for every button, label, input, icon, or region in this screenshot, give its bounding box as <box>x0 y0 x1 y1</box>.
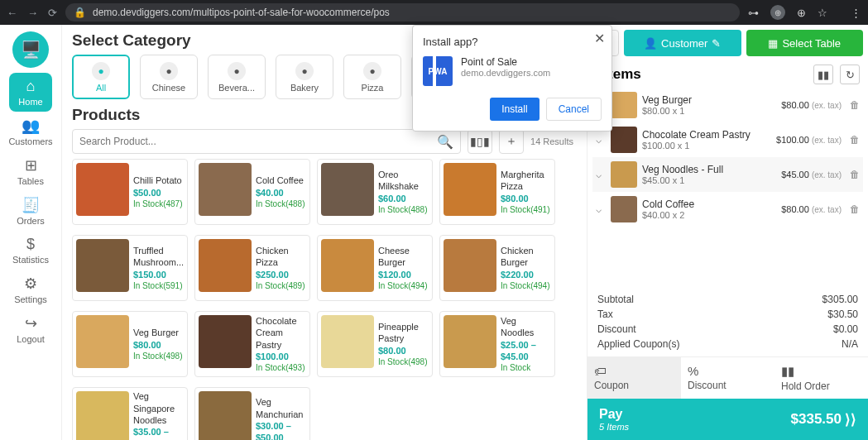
product-stock: In Stock(488) <box>378 204 429 215</box>
product-price: $100.00 <box>256 351 306 362</box>
trash-icon[interactable]: 🗑 <box>850 203 860 215</box>
product-price: $50.00 <box>133 187 182 198</box>
reload-icon[interactable]: ⟳ <box>48 7 57 19</box>
back-icon[interactable]: ← <box>7 7 17 19</box>
product-price: $40.00 <box>256 187 305 198</box>
trash-icon[interactable]: 🗑 <box>850 99 860 111</box>
total-row: Tax$30.50 <box>597 307 858 322</box>
category-pizza[interactable]: ●Pizza <box>343 55 401 99</box>
product-card[interactable]: Margherita Pizza$80.00In Stock(491) <box>439 159 555 225</box>
chevron-down-icon[interactable]: ⌵ <box>596 203 606 215</box>
product-card[interactable]: Truffled Mushroom...$150.00In Stock(591) <box>72 235 188 301</box>
forward-icon[interactable]: → <box>27 7 38 19</box>
cart-item-name: Veg Noodles - Full <box>642 164 776 175</box>
product-stock: In Stock(498) <box>133 351 182 361</box>
sidebar-item-settings[interactable]: ⚙Settings <box>9 270 52 309</box>
category-bevera[interactable]: ●Bevera... <box>208 55 266 99</box>
app-logo: 🖥️ <box>12 31 49 68</box>
category-all[interactable]: ●All <box>72 55 130 99</box>
product-card[interactable]: Chicken Pizza$250.00In Stock(489) <box>194 235 310 301</box>
pay-button[interactable]: Pay 5 Items $335.50⟩⟩ <box>587 399 868 440</box>
reset-cart-button[interactable]: ↻ <box>840 65 860 84</box>
logout-icon: ↪ <box>25 314 37 332</box>
product-name: Cold Coffee <box>256 175 305 186</box>
cart-item-name: Chocolate Cream Pastry <box>642 129 771 141</box>
product-card[interactable]: Oreo Milkshake$60.00In Stock(488) <box>317 159 433 225</box>
product-image <box>199 315 252 368</box>
close-icon[interactable]: ✕ <box>594 31 605 46</box>
product-stock: In Stock(493) <box>256 362 306 373</box>
product-stock: In Stock(488) <box>256 198 305 209</box>
category-icon: ● <box>160 62 178 80</box>
product-card[interactable]: Veg Manchurian$30.00 – $50.00 <box>194 387 310 440</box>
product-price: $250.00 <box>256 269 306 280</box>
sidebar-item-statistics[interactable]: $Statistics <box>9 231 52 270</box>
product-card[interactable]: Veg Noodles$25.00 – $45.00In Stock <box>439 311 555 377</box>
sidebar-item-orders[interactable]: 🧾Orders <box>9 191 52 231</box>
product-stock: In Stock <box>501 362 551 373</box>
sidebar-item-customers[interactable]: 👥Customers <box>9 112 52 151</box>
product-card[interactable]: Veg Burger$80.00In Stock(498) <box>72 311 188 377</box>
product-card[interactable]: Veg Singapore Noodles$35.00 – $65.00 <box>72 387 188 440</box>
product-card[interactable]: Chicken Burger$220.00In Stock(494) <box>439 235 555 301</box>
product-name: Truffled Mushroom... <box>133 245 184 269</box>
total-row: Discount$0.00 <box>597 322 858 337</box>
sidebar-item-home[interactable]: ⌂Home <box>9 73 52 112</box>
product-image <box>444 163 496 216</box>
category-chinese[interactable]: ●Chinese <box>140 55 198 99</box>
product-name: Pineapple Pastry <box>378 321 429 345</box>
cancel-button[interactable]: Cancel <box>546 98 602 121</box>
search-input[interactable] <box>79 136 437 147</box>
product-card[interactable]: Cheese Burger$120.00In Stock(494) <box>317 235 433 301</box>
menu-icon[interactable]: ⋮ <box>851 7 861 19</box>
sidebar-item-tables[interactable]: ⊞Tables <box>9 151 52 191</box>
category-icon: ● <box>363 62 381 80</box>
product-name: Chicken Pizza <box>256 245 306 269</box>
tag-icon: 🏷 <box>594 364 674 378</box>
sidebar-item-logout[interactable]: ↪Logout <box>9 309 52 349</box>
search-box[interactable]: 🔍 <box>72 129 461 154</box>
category-bakery[interactable]: ●Bakery <box>276 55 333 99</box>
search-icon[interactable]: 🔍 <box>437 134 453 150</box>
chevron-down-icon[interactable]: ⌵ <box>596 134 606 146</box>
total-row: Subtotal$305.00 <box>597 292 858 307</box>
result-count: 14 Results <box>530 136 577 146</box>
product-price: $35.00 – $65.00 <box>133 426 184 440</box>
pause-button[interactable]: ▮▮ <box>813 65 833 84</box>
product-name: Oreo Milkshake <box>378 169 429 193</box>
product-card[interactable]: Cold Coffee$40.00In Stock(488) <box>194 159 310 225</box>
install-app-domain: demo.devdiggers.com <box>461 68 550 78</box>
product-stock: In Stock(494) <box>501 280 551 291</box>
add-product-button[interactable]: ＋ <box>499 129 524 154</box>
address-bar[interactable]: 🔒 demo.devdiggers.com/multipos-point-of-… <box>65 3 740 22</box>
select-table-button[interactable]: ▦ Select Table <box>746 30 864 56</box>
product-card[interactable]: Pineapple Pastry$80.00In Stock(498) <box>317 311 433 377</box>
barcode-button[interactable]: ▮▯▮ <box>468 129 492 154</box>
key-icon[interactable]: ⊶ <box>748 7 759 19</box>
product-price: $80.00 <box>133 339 182 351</box>
install-button[interactable]: Install <box>490 98 539 121</box>
user-icon: 👤 <box>644 37 657 50</box>
trash-icon[interactable]: 🗑 <box>850 134 860 146</box>
discount-button[interactable]: %Discount <box>681 357 774 399</box>
star-icon[interactable]: ☆ <box>818 7 827 19</box>
install-icon[interactable]: ⊕ <box>770 5 785 20</box>
statistics-icon: $ <box>26 236 35 253</box>
product-name: Chocolate Cream Pastry <box>256 315 306 351</box>
customer-button[interactable]: 👤 Customer ✎ <box>624 30 741 56</box>
product-card[interactable]: Chilli Potato$50.00In Stock(487) <box>72 159 188 225</box>
lock-icon: 🔒 <box>74 7 86 18</box>
chevron-down-icon[interactable]: ⌵ <box>596 169 606 180</box>
product-card[interactable]: Chocolate Cream Pastry$100.00In Stock(49… <box>194 311 310 377</box>
hold-button[interactable]: ▮▮Hold Order <box>774 357 868 399</box>
cart-item-sub: $45.00 x 1 <box>642 175 776 185</box>
home-icon: ⌂ <box>26 78 36 95</box>
cart-item-name: Cold Coffee <box>642 198 776 210</box>
coupon-button[interactable]: 🏷Coupon <box>587 357 681 399</box>
trash-icon[interactable]: 🗑 <box>850 169 860 180</box>
zoom-icon[interactable]: ⊕ <box>797 7 806 19</box>
product-stock: In Stock(498) <box>378 356 429 367</box>
edit-icon: ✎ <box>712 37 721 50</box>
product-price: $150.00 <box>133 269 184 280</box>
product-name: Veg Burger <box>133 327 182 338</box>
